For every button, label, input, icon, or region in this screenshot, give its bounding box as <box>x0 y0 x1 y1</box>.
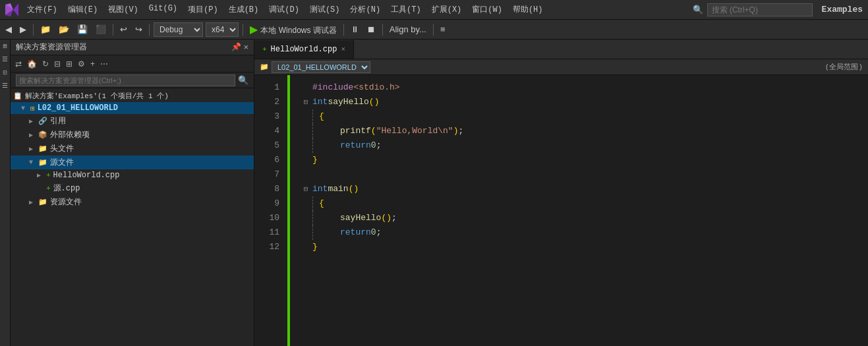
call-paren: () <box>381 211 391 225</box>
properties-icon[interactable]: ☰ <box>1 82 10 91</box>
new-solution-btn[interactable]: 📁 <box>38 23 53 36</box>
line-num-6: 6 <box>254 153 279 167</box>
fold-11 <box>301 225 311 240</box>
code-line-8: ⊟ int main ( ) <box>301 182 857 196</box>
menu-build[interactable]: 生成(B) <box>224 3 264 16</box>
location-dropdown[interactable]: L02_01_HELLOWORLD <box>272 61 370 73</box>
global-search-input[interactable] <box>707 3 813 16</box>
se-search-icon[interactable]: 🔍 <box>238 75 248 86</box>
hw-arrow: ▶ <box>37 171 45 179</box>
ref-icon: 🔗 <box>38 117 47 125</box>
menu-window[interactable]: 窗口(W) <box>467 3 507 16</box>
code-line-2: ⊟ int sayHello ( ) <box>301 95 857 109</box>
menu-view[interactable]: 视图(V) <box>103 3 143 16</box>
save-all-btn[interactable]: ⬛ <box>93 23 109 36</box>
ref-label: 引用 <box>50 115 66 127</box>
open-btn[interactable]: 📂 <box>56 23 72 36</box>
se-settings-btn[interactable]: ⚙ <box>76 58 87 70</box>
editor-area: + HelloWorld.cpp × 📁 L02_01_HELLOWORLD (… <box>254 40 868 346</box>
menu-git[interactable]: Git(G) <box>144 3 182 16</box>
save-btn[interactable]: 💾 <box>74 23 90 36</box>
printf-str: "Hello,World\n" <box>376 124 453 138</box>
fold-8[interactable]: ⊟ <box>301 182 311 196</box>
main-area: ⊞ ☰ ⊡ ☰ 解决方案资源管理器 📌 ✕ ⇄ 🏠 ↻ ⊟ ⊞ ⚙ + ⋯ 🔍 <box>0 40 868 346</box>
tab-close-btn[interactable]: × <box>341 45 345 53</box>
code-content[interactable]: #include <stdio.h> ⊟ int sayHello ( ) <box>290 75 868 346</box>
se-filter-btn[interactable]: ⊞ <box>64 58 74 70</box>
code-line-12: } <box>301 240 857 254</box>
sidebar-icons: ⊞ ☰ ⊡ ☰ <box>0 40 11 346</box>
back-button[interactable]: ◀ <box>3 23 14 36</box>
solution-explorer-icon[interactable]: ☰ <box>1 55 10 65</box>
server-explorer-icon[interactable]: ⊞ <box>1 42 10 51</box>
se-home-btn[interactable]: 🏠 <box>25 58 39 70</box>
se-tree: 📋 解决方案'Examples'(1 个项目/共 1 个) ▼ ⊞ L02_01… <box>11 88 254 346</box>
tree-helloworld-cpp[interactable]: ▶ + HelloWorld.cpp <box>11 169 254 181</box>
se-search-input[interactable] <box>16 74 235 86</box>
loc-icon: 📁 <box>260 63 269 71</box>
zero-1: 0 <box>371 138 376 153</box>
tree-ext-deps[interactable]: ▶ 📦 外部依赖项 <box>11 128 254 142</box>
tree-solution-root[interactable]: 📋 解决方案'Examples'(1 个项目/共 1 个) <box>11 90 254 102</box>
hw-cpp-icon: + <box>46 171 51 179</box>
project-icon: ⊞ <box>30 104 35 113</box>
align-btn[interactable]: Align by... <box>387 23 429 36</box>
run-button[interactable]: ▶ 本地 Windows 调试器 <box>247 22 339 38</box>
titlebar: 文件(F) 编辑(E) 视图(V) Git(G) 项目(P) 生成(B) 调试(… <box>0 0 868 20</box>
fold-2[interactable]: ⊟ <box>301 95 311 109</box>
menu-help[interactable]: 帮助(H) <box>508 3 548 16</box>
se-add-btn[interactable]: + <box>88 58 97 70</box>
format-btn[interactable]: ≡ <box>438 23 448 36</box>
redo-btn[interactable]: ↪ <box>132 23 145 36</box>
vs-logo <box>5 3 18 16</box>
stop-btn[interactable]: ⏹ <box>364 23 378 36</box>
platform-dropdown[interactable]: x64 x86 <box>206 22 239 37</box>
tree-references[interactable]: ▶ 🔗 引用 <box>11 114 254 128</box>
menu-file[interactable]: 文件(F) <box>22 3 62 16</box>
undo-btn[interactable]: ↩ <box>117 23 130 36</box>
tree-resource-files[interactable]: ▶ 📁 资源文件 <box>11 195 254 209</box>
menu-tools[interactable]: 工具(T) <box>386 3 426 16</box>
menu-edit[interactable]: 编辑(E) <box>63 3 103 16</box>
forward-button[interactable]: ▶ <box>17 23 29 36</box>
tree-source-files[interactable]: ▼ 📁 源文件 <box>11 156 254 169</box>
line-num-1: 1 <box>254 80 279 95</box>
tree-header-files[interactable]: ▶ 📁 头文件 <box>11 142 254 156</box>
fold-1[interactable] <box>301 80 311 95</box>
se-refresh-btn[interactable]: ↻ <box>40 58 51 70</box>
code-line-7 <box>301 167 857 182</box>
tree-source-cpp[interactable]: + 源.cpp <box>11 181 254 195</box>
line-num-9: 9 <box>254 196 279 211</box>
se-more-btn[interactable]: ⋯ <box>98 58 110 70</box>
line-num-7: 7 <box>254 167 279 182</box>
paren-close-1: ) <box>374 95 380 109</box>
int-keyword-1: int <box>312 95 328 109</box>
src-cpp-icon: + <box>46 185 51 192</box>
printf-paren: ( <box>371 124 376 138</box>
debug-config-dropdown[interactable]: Debug Release <box>154 22 203 37</box>
team-explorer-icon[interactable]: ⊡ <box>1 69 10 78</box>
include-header: <stdio.h> <box>353 80 399 95</box>
code-line-6: } <box>301 153 857 167</box>
se-collapse-btn[interactable]: ⊟ <box>52 58 63 70</box>
include-keyword: #include <box>312 80 353 95</box>
paren-open-1: ( <box>369 95 374 109</box>
line-num-11: 11 <box>254 225 279 240</box>
line-num-2: 2 <box>254 95 279 109</box>
menu-analyze[interactable]: 分析(N) <box>345 3 385 16</box>
se-sync-btn[interactable]: ⇄ <box>13 58 24 70</box>
menu-test[interactable]: 测试(S) <box>305 3 345 16</box>
menu-project[interactable]: 项目(P) <box>183 3 223 16</box>
se-pin-icon[interactable]: 📌 <box>231 42 241 52</box>
tab-icon: + <box>262 45 267 53</box>
menu-debug[interactable]: 调试(D) <box>264 3 304 16</box>
se-close-icon[interactable]: ✕ <box>244 42 248 52</box>
pause-btn[interactable]: ⏸ <box>348 23 362 36</box>
editor-location-bar: 📁 L02_01_HELLOWORLD (全局范围) <box>254 59 868 75</box>
menu-extensions[interactable]: 扩展(X) <box>427 3 467 16</box>
hdr-arrow: ▶ <box>29 145 37 153</box>
tab-helloworld[interactable]: + HelloWorld.cpp × <box>254 40 354 59</box>
tree-project[interactable]: ▼ ⊞ L02_01_HELLOWORLD <box>11 102 254 114</box>
src-icon: 📁 <box>38 158 47 167</box>
fold-5 <box>301 138 311 153</box>
